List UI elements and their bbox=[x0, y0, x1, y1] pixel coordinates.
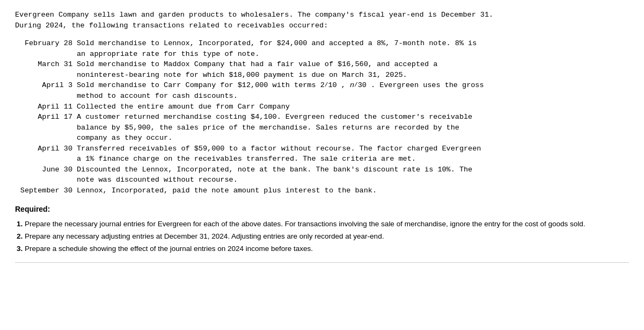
transactions-block: February 28 Sold merchandise to Lennox, … bbox=[15, 38, 629, 196]
date-feb28: February 28 bbox=[15, 38, 77, 49]
intro-line1: Evergreen Company sells lawn and garden … bbox=[15, 10, 629, 20]
text-feb28: Sold merchandise to Lennox, Incorporated… bbox=[77, 38, 629, 49]
date-apr17: April 17 bbox=[15, 112, 77, 123]
text-apr30: Transferred receivables of $59,000 to a … bbox=[77, 144, 629, 154]
required-item-3-text: Prepare a schedule showing the effect of… bbox=[25, 245, 313, 253]
continuation-apr17a: balance by $5,900, the sales price of th… bbox=[77, 123, 459, 133]
transaction-apr30: April 30 Transferred receivables of $59,… bbox=[15, 144, 629, 164]
text-sep30: Lennox, Incorporated, paid the note amou… bbox=[77, 185, 629, 196]
required-section: Required: Prepare the necessary journal … bbox=[15, 204, 629, 255]
transaction-apr17: April 17 A customer returned merchandise… bbox=[15, 112, 629, 144]
date-sep30: September 30 bbox=[15, 185, 77, 196]
continuation-feb28: an appropriate rate for this type of not… bbox=[77, 49, 259, 60]
continuation-apr17b: company as they occur. bbox=[77, 133, 172, 144]
required-item-2: Prepare any necessary adjusting entries … bbox=[25, 231, 629, 242]
transaction-apr11: April 11 Collected the entire amount due… bbox=[15, 102, 629, 112]
continuation-apr30: a 1% finance charge on the receivables t… bbox=[77, 154, 416, 164]
continuation-mar31: noninterest-bearing note for which $18,0… bbox=[77, 70, 407, 81]
required-title: Required: bbox=[15, 204, 629, 214]
date-jun30: June 30 bbox=[15, 164, 77, 175]
text-apr11: Collected the entire amount due from Car… bbox=[77, 102, 629, 112]
intro-line2: During 2024, the following transactions … bbox=[15, 20, 629, 31]
date-mar31: March 31 bbox=[15, 59, 77, 70]
required-item-2-text: Prepare any necessary adjusting entries … bbox=[25, 232, 384, 240]
intro-paragraph: Evergreen Company sells lawn and garden … bbox=[15, 10, 629, 31]
required-items-list: Prepare the necessary journal entries fo… bbox=[15, 219, 629, 255]
transaction-feb28: February 28 Sold merchandise to Lennox, … bbox=[15, 38, 629, 59]
date-apr11: April 11 bbox=[15, 102, 77, 112]
text-apr3: Sold merchandise to Carr Company for $12… bbox=[77, 80, 629, 91]
text-jun30: Discounted the Lennox, Incorporated, not… bbox=[77, 164, 629, 175]
continuation-apr3: method to account for cash discounts. bbox=[77, 91, 238, 102]
continuation-jun30: note was discounted without recourse. bbox=[77, 175, 238, 185]
transaction-sep30: September 30 Lennox, Incorporated, paid … bbox=[15, 185, 629, 196]
text-mar31: Sold merchandise to Maddox Company that … bbox=[77, 59, 629, 70]
date-apr30: April 30 bbox=[15, 144, 77, 154]
required-item-3: Prepare a schedule showing the effect of… bbox=[25, 243, 629, 255]
required-item-1-text: Prepare the necessary journal entries fo… bbox=[25, 220, 586, 228]
date-apr3: April 3 bbox=[15, 80, 77, 91]
required-item-1: Prepare the necessary journal entries fo… bbox=[25, 219, 629, 230]
transaction-apr3: April 3 Sold merchandise to Carr Company… bbox=[15, 80, 629, 101]
text-apr17: A customer returned merchandise costing … bbox=[77, 112, 629, 123]
bottom-divider bbox=[15, 262, 629, 263]
transaction-mar31: March 31 Sold merchandise to Maddox Comp… bbox=[15, 59, 629, 80]
transaction-jun30: June 30 Discounted the Lennox, Incorpora… bbox=[15, 164, 629, 185]
